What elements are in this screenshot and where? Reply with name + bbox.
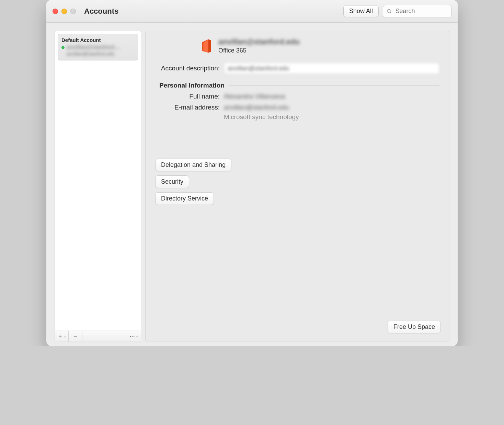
- sidebar-toolbar: ＋ ⌄ − ⋯ ⌄: [55, 331, 141, 342]
- account-description-row: Account description:: [155, 62, 439, 74]
- sync-technology-note: Microsoft sync technology: [224, 113, 439, 121]
- svg-point-0: [387, 9, 390, 12]
- account-actions-button[interactable]: ⋯ ⌄: [127, 331, 141, 342]
- full-name-label: Full name:: [155, 93, 220, 100]
- security-button[interactable]: Security: [155, 175, 189, 188]
- chevron-down-icon: ⌄: [64, 334, 66, 338]
- accounts-preferences-window: Accounts Show All Default Account anvill…: [46, 0, 458, 346]
- account-list-item[interactable]: Default Account anvillan@stanford… anvil…: [58, 34, 138, 60]
- account-description-input[interactable]: [224, 62, 439, 74]
- accounts-sidebar: Default Account anvillan@stanford… anvil…: [55, 31, 141, 342]
- close-window-button[interactable]: [53, 9, 58, 14]
- window-traffic-lights: [53, 9, 76, 14]
- account-header-email: anvillan@stanford.edu: [218, 37, 300, 46]
- body: Default Account anvillan@stanford… anvil…: [46, 23, 458, 346]
- search-icon: [387, 8, 392, 14]
- account-header: anvillan@stanford.edu Office 365: [200, 37, 439, 54]
- account-description-label: Account description:: [155, 65, 220, 72]
- full-name-value: Alexandra Villanueva: [224, 93, 285, 100]
- free-up-space-button[interactable]: Free Up Space: [388, 321, 441, 333]
- zoom-window-button[interactable]: [70, 9, 76, 14]
- chevron-down-icon: ⌄: [136, 334, 138, 338]
- window-title: Accounts: [84, 7, 118, 16]
- full-name-row: Full name: Alexandra Villanueva: [155, 93, 439, 100]
- account-primary-email: anvillan@stanford…: [67, 44, 120, 50]
- plus-icon: ＋: [57, 333, 63, 340]
- office-365-icon: [200, 39, 214, 53]
- email-address-label: E-mail address:: [155, 104, 220, 111]
- delegation-and-sharing-button[interactable]: Delegation and Sharing: [155, 159, 231, 171]
- personal-information-heading: Personal information: [159, 82, 225, 89]
- email-address-row: E-mail address: anvillan@stanford.edu: [155, 104, 439, 111]
- email-address-value: anvillan@stanford.edu: [224, 104, 289, 111]
- minus-icon: −: [74, 333, 77, 340]
- more-icon: ⋯: [129, 333, 135, 340]
- account-service-name: Office 365: [218, 47, 300, 54]
- search-field[interactable]: [383, 5, 451, 18]
- toolbar-spacer: [82, 331, 127, 342]
- section-divider: [229, 85, 439, 86]
- account-detail-panel: anvillan@stanford.edu Office 365 Account…: [145, 31, 449, 342]
- remove-account-button[interactable]: −: [69, 331, 82, 342]
- search-input[interactable]: [395, 7, 448, 15]
- add-account-button[interactable]: ＋ ⌄: [55, 331, 69, 342]
- show-all-button[interactable]: Show All: [343, 5, 379, 17]
- account-secondary-email: anvillan@stanford.edu: [67, 51, 134, 57]
- minimize-window-button[interactable]: [61, 9, 67, 14]
- default-account-label: Default Account: [61, 37, 134, 43]
- account-status-dot-icon: [61, 46, 65, 49]
- svg-line-1: [390, 12, 391, 13]
- directory-service-button[interactable]: Directory Service: [155, 192, 214, 205]
- titlebar: Accounts Show All: [46, 0, 458, 23]
